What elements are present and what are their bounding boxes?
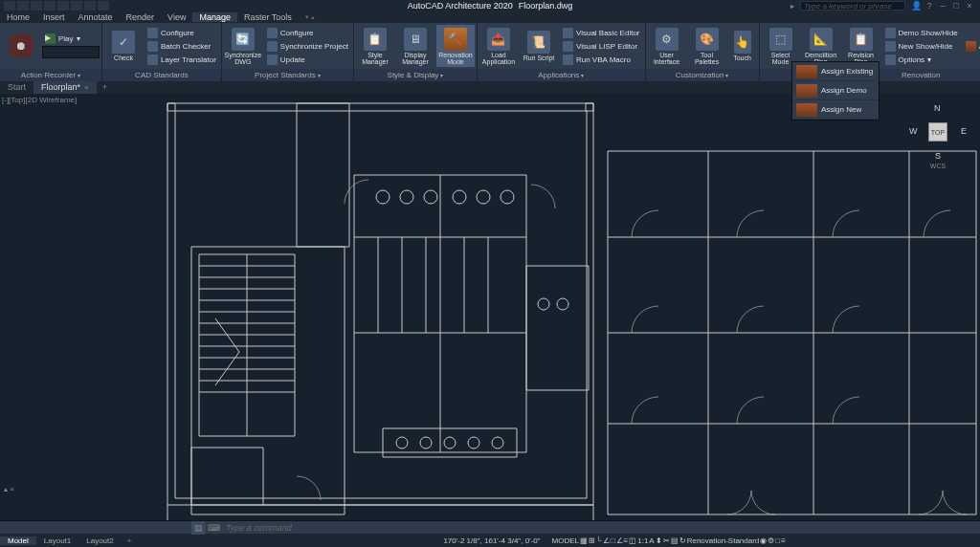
group-customization: ⚙User Interface 🎨Tool Palettes 👆Touch Cu… (646, 23, 760, 79)
status-osnap-icon[interactable]: □ (611, 536, 615, 545)
vba-macro-button[interactable]: Run VBA Macro (560, 54, 643, 66)
qat-item[interactable] (84, 1, 96, 11)
status-snap-icon[interactable]: ⊞ (589, 536, 595, 545)
new-tab-button[interactable]: + (97, 82, 113, 92)
app-title: AutoCAD Architecture 2020 Floorplan.dwg (408, 1, 573, 11)
close-window-icon[interactable]: × (965, 1, 974, 11)
record-button[interactable]: ⏺ (2, 25, 40, 67)
signin-icon[interactable]: 👤 (911, 1, 921, 11)
minimize-icon[interactable]: – (938, 1, 947, 11)
style-manager-button[interactable]: 📋Style Manager (356, 25, 394, 67)
wcs-label[interactable]: WCS (930, 163, 946, 169)
qat-item[interactable] (4, 1, 15, 11)
tab-home[interactable]: Home (0, 12, 36, 22)
command-line[interactable]: ▤ ⌨ Type a command (0, 520, 980, 534)
status-lineweight-icon[interactable]: ≡ (624, 536, 629, 545)
svg-rect-0 (167, 103, 593, 505)
viewcube[interactable]: N S W E TOP WCS (909, 103, 967, 180)
check-button[interactable]: ✓Check (104, 25, 143, 67)
cmd-collapse-icon[interactable]: ▴ × (4, 485, 14, 493)
status-clean-icon[interactable]: □ (775, 536, 780, 545)
status-custom-icon[interactable]: ≡ (781, 536, 786, 545)
tab-manage[interactable]: Manage (192, 12, 237, 22)
sync-dwg-button[interactable]: 🔄Synchronize DWG (224, 25, 262, 67)
svg-point-36 (396, 437, 408, 449)
status-hardware-icon[interactable]: ⚙ (768, 536, 774, 545)
status-model[interactable]: MODEL (552, 536, 579, 545)
svg-rect-42 (526, 266, 589, 390)
status-otrack-icon[interactable]: ∠ (616, 536, 623, 545)
status-transparency-icon[interactable]: ◫ (629, 536, 636, 545)
assign-existing-button[interactable]: Assign Existing ▾ (963, 40, 980, 53)
status-cut-icon[interactable]: ✂ (663, 536, 670, 545)
qat-item[interactable] (98, 1, 109, 11)
tab-start[interactable]: Start (0, 80, 33, 94)
dropdown-item-demo[interactable]: Assign Demo (792, 81, 879, 100)
maximize-icon[interactable]: □ (951, 1, 961, 11)
help-icon[interactable]: ? (924, 1, 934, 11)
options-button[interactable]: Options ▾ (882, 54, 961, 66)
dropdown-item-existing[interactable]: Assign Existing (792, 62, 879, 81)
vb-editor-button[interactable]: Visual Basic Editor (560, 27, 643, 39)
close-tab-icon[interactable]: × (84, 83, 89, 92)
status-isolate-icon[interactable]: ◉ (760, 536, 767, 545)
svg-point-29 (376, 190, 390, 204)
viewport-label[interactable]: [-][Top][2D Wireframe] (2, 96, 77, 104)
compass-south[interactable]: S (935, 151, 941, 161)
status-layer-icon[interactable]: ▤ (671, 536, 679, 545)
display-manager-button[interactable]: 🖥Display Manager (396, 25, 434, 67)
dropdown-item-new[interactable]: Assign New (792, 100, 879, 120)
cmd-history-icon[interactable]: ▤ (191, 521, 205, 535)
update-button[interactable]: Update (264, 54, 351, 66)
qat-item[interactable] (71, 1, 82, 11)
lisp-editor-button[interactable]: Visual LISP Editor (560, 40, 643, 53)
tab-annotate[interactable]: Annotate (72, 12, 120, 22)
command-input[interactable]: Type a command (222, 523, 980, 533)
tab-view[interactable]: View (161, 12, 192, 22)
batch-checker-button[interactable]: Batch Checker (145, 40, 219, 53)
compass-north[interactable]: N (934, 103, 941, 113)
run-script-button[interactable]: 📜Run Script (520, 25, 558, 67)
tab-render[interactable]: Render (120, 12, 162, 22)
status-ortho-icon[interactable]: └ (596, 536, 602, 545)
drawing-canvas[interactable]: [-][Top][2D Wireframe] ▴ × (0, 94, 980, 520)
layout-tab-1[interactable]: Layout1 (36, 536, 78, 545)
layout-tab-2[interactable]: Layout2 (78, 536, 121, 545)
ribbon-expand-icon[interactable]: ▾ ▴ (299, 13, 322, 21)
wall-new-icon (796, 103, 817, 117)
status-annotation-icon[interactable]: A (649, 536, 654, 545)
tab-raster[interactable]: Raster Tools (237, 12, 299, 22)
status-polar-icon[interactable]: ∠ (603, 536, 610, 545)
touch-button[interactable]: 👆Touch (728, 25, 757, 67)
renovation-mode-button[interactable]: 🔨Renovation Mode (436, 25, 475, 67)
play-button[interactable]: ▶Play ▾ (42, 33, 100, 45)
add-layout-button[interactable]: + (122, 536, 138, 545)
configure-button[interactable]: Configure (145, 27, 219, 39)
status-scale[interactable]: 1:1 (637, 536, 648, 545)
new-showhide-button[interactable]: New Show/Hide (882, 40, 961, 53)
tab-floorplan[interactable]: Floorplan*× (33, 80, 97, 94)
qat-item[interactable] (44, 1, 56, 11)
layout-tab-model[interactable]: Model (0, 536, 36, 545)
group-cad-standards: ✓Check Configure Batch Checker Layer Tra… (102, 23, 222, 79)
status-renovation[interactable]: Renovation-Standard (687, 536, 760, 545)
status-grid-icon[interactable]: ▦ (580, 536, 588, 545)
sync-project-button[interactable]: Synchronize Project (264, 40, 351, 53)
compass-west[interactable]: W (909, 126, 918, 136)
viewcube-face[interactable]: TOP (928, 122, 947, 142)
tool-palettes-button[interactable]: 🎨Tool Palettes (688, 25, 726, 67)
status-replace-icon[interactable]: ↻ (679, 536, 686, 545)
qat-item[interactable] (17, 1, 29, 11)
qat-item[interactable] (57, 1, 69, 11)
search-input[interactable]: Type a keyword or phrase (800, 1, 905, 11)
layer-translator-button[interactable]: Layer Translator (145, 54, 219, 66)
compass-east[interactable]: E (961, 126, 967, 136)
tab-insert[interactable]: Insert (36, 12, 72, 22)
configure-project-button[interactable]: Configure (264, 27, 351, 39)
user-interface-button[interactable]: ⚙User Interface (648, 25, 686, 67)
action-field[interactable] (42, 46, 100, 58)
status-elev-icon[interactable]: ⬍ (656, 536, 662, 545)
qat-item[interactable] (31, 1, 42, 11)
demo-showhide-button[interactable]: Demo Show/Hide (882, 27, 961, 39)
load-application-button[interactable]: 📥Load Application (479, 25, 518, 67)
